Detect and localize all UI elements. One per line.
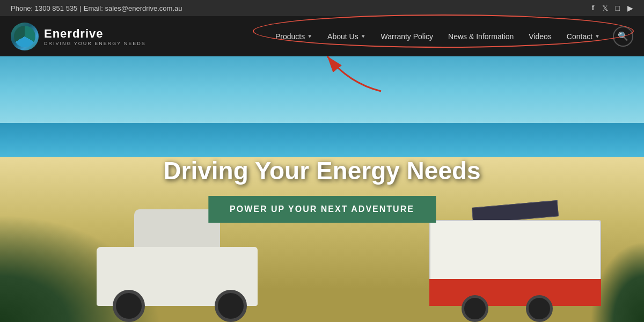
caravan-wheel-front xyxy=(462,295,488,322)
logo-tagline: DRIVING YOUR ENERGY NEEDS xyxy=(44,41,146,46)
twitter-icon[interactable]: 𝕏 xyxy=(602,4,608,12)
nav-about-us[interactable]: About Us ▼ xyxy=(321,28,372,45)
search-button[interactable]: 🔍 xyxy=(613,26,633,47)
facebook-icon[interactable]: f xyxy=(592,4,595,12)
logo[interactable]: Enerdrive DRIVING YOUR ENERGY NEEDS xyxy=(11,23,146,50)
hero-content: Driving Your Energy Needs POWER UP YOUR … xyxy=(163,156,480,223)
hero-title: Driving Your Energy Needs xyxy=(163,156,480,185)
contact-info: Phone: 1300 851 535 | Email: sales@enerd… xyxy=(11,4,182,12)
nav-contact[interactable]: Contact ▼ xyxy=(560,28,606,45)
header: Enerdrive DRIVING YOUR ENERGY NEEDS Prod… xyxy=(0,16,644,56)
hero-section: Driving Your Energy Needs POWER UP YOUR … xyxy=(0,56,644,322)
main-nav: Products ▼ About Us ▼ Warranty Policy Ne… xyxy=(269,26,633,47)
caravan-wheel-rear xyxy=(526,295,553,322)
chevron-down-icon: ▼ xyxy=(361,33,366,39)
social-links: f 𝕏 □ ▶ xyxy=(592,4,633,12)
phone-label: Phone: 1300 851 535 xyxy=(11,4,77,12)
instagram-icon[interactable]: □ xyxy=(616,4,620,12)
hero-cta-button[interactable]: POWER UP YOUR NEXT ADVENTURE xyxy=(208,196,436,223)
search-icon: 🔍 xyxy=(618,31,628,41)
chevron-down-icon: ▼ xyxy=(307,33,312,39)
truck-wheel-rear xyxy=(215,290,247,322)
nav-products[interactable]: Products ▼ xyxy=(269,28,319,45)
hero-truck xyxy=(80,225,284,322)
email-label: Email: sales@enerdrive.com.au xyxy=(84,4,182,12)
top-bar: Phone: 1300 851 535 | Email: sales@enerd… xyxy=(0,0,644,16)
logo-name: Enerdrive xyxy=(44,27,146,41)
logo-text: Enerdrive DRIVING YOUR ENERGY NEEDS xyxy=(44,27,146,46)
logo-icon xyxy=(11,23,39,50)
nav-warranty[interactable]: Warranty Policy xyxy=(375,28,440,45)
truck-wheel-front xyxy=(113,290,145,322)
youtube-icon[interactable]: ▶ xyxy=(627,4,633,12)
nav-videos[interactable]: Videos xyxy=(522,28,558,45)
caravan-stripe xyxy=(429,279,601,306)
separator: | xyxy=(79,4,81,12)
chevron-down-icon: ▼ xyxy=(595,33,600,39)
nav-news[interactable]: News & Information xyxy=(442,28,520,45)
